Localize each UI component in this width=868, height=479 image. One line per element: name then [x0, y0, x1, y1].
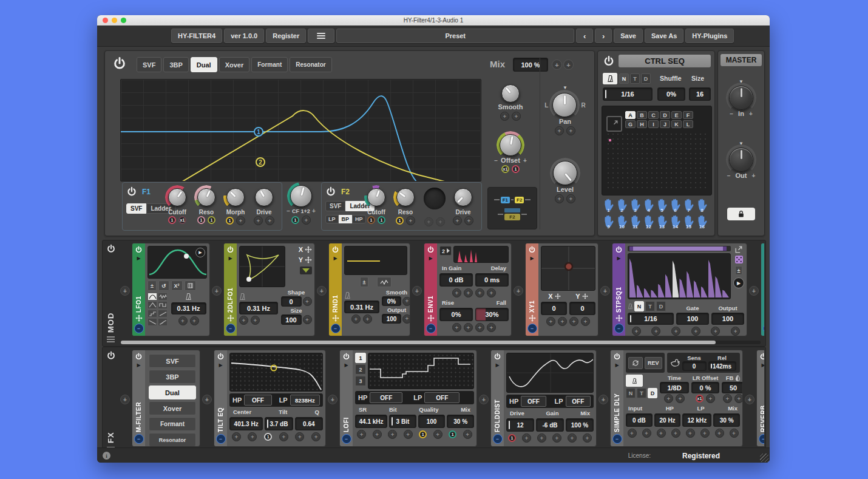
play-icon[interactable]: ▶	[137, 256, 140, 261]
filter2-handle[interactable]: 2	[256, 157, 265, 167]
metronome-sync-button[interactable]	[603, 73, 617, 84]
mod-slot-button[interactable]	[424, 217, 433, 226]
lfo-rate-value[interactable]: 0.31 Hz	[171, 302, 206, 314]
f1-cutoff-knob[interactable]	[166, 186, 188, 208]
next-preset-button[interactable]: ›	[595, 29, 612, 43]
sequencer-step[interactable]	[687, 271, 693, 297]
mod-slot-button[interactable]	[671, 327, 680, 336]
hp-value[interactable]: OFF	[521, 396, 546, 407]
mod-assignment-badge[interactable]: x1	[178, 216, 186, 224]
sens-value[interactable]: 0	[682, 361, 707, 371]
f1-drive-knob[interactable]	[253, 186, 275, 208]
polarity-button[interactable]: ±	[147, 280, 157, 291]
mod-slot-button[interactable]	[475, 288, 484, 297]
external-editor-icon[interactable]	[606, 116, 622, 132]
step-edit-area[interactable]	[606, 132, 708, 191]
add-module-button[interactable]: +	[745, 395, 754, 404]
collapse-button[interactable]: −	[331, 324, 341, 333]
filter1-handle[interactable]: 1	[254, 127, 263, 137]
filter-power-icon[interactable]	[112, 56, 127, 71]
lofi-tab-3[interactable]: 3	[355, 376, 366, 386]
random-display[interactable]	[344, 246, 407, 275]
mod-slot-button[interactable]	[569, 317, 578, 326]
fx-row-power-icon[interactable]	[106, 351, 116, 361]
sequencer-step[interactable]	[644, 288, 651, 297]
fold-curve-display[interactable]	[506, 353, 594, 393]
mod-slot-button[interactable]	[568, 433, 577, 443]
mod-slot-button[interactable]	[715, 429, 724, 438]
lfo-waveform-display[interactable]: ▶	[147, 246, 207, 279]
pattern-g-button[interactable]: G	[625, 120, 636, 128]
mix-increment-button[interactable]: +	[563, 59, 574, 70]
f1-model-svf[interactable]: SVF	[126, 203, 146, 214]
mod-slot-button[interactable]	[464, 323, 473, 332]
move-icon[interactable]	[764, 314, 765, 322]
envelope-display[interactable]	[453, 246, 509, 263]
move-icon[interactable]	[615, 314, 623, 322]
sequencer-step[interactable]	[673, 260, 679, 297]
mod-slot-button[interactable]	[487, 288, 496, 297]
input-value[interactable]: 0 dB	[626, 413, 653, 427]
f2-drive-knob[interactable]	[452, 186, 474, 208]
mfilter-dual[interactable]: Dual	[149, 386, 196, 399]
menu-button[interactable]	[308, 29, 334, 43]
add-module-button[interactable]: +	[600, 286, 610, 296]
y-value[interactable]: 0	[569, 302, 595, 315]
collapse-button[interactable]: −	[612, 434, 622, 444]
rnd-rate-value[interactable]: 0.31 Hz	[344, 301, 379, 313]
smooth-value[interactable]: 0%	[382, 296, 401, 306]
hp-value[interactable]: OFF	[244, 395, 271, 406]
mod-slot-button[interactable]	[657, 429, 666, 438]
power-icon[interactable]	[493, 353, 501, 361]
mod-slot-button[interactable]	[711, 327, 720, 336]
collapse-button[interactable]: −	[134, 434, 144, 444]
mod-slot-button[interactable]	[512, 112, 521, 121]
mod-assignment-badge[interactable]: 1	[378, 216, 385, 224]
mod-slot-button[interactable]	[190, 316, 199, 325]
grab-hand-button-11[interactable]: 11	[629, 214, 642, 230]
add-module-button[interactable]: +	[212, 286, 222, 296]
wave-steps-button[interactable]	[147, 310, 157, 318]
drop-icon[interactable]	[735, 375, 741, 381]
play-icon[interactable]: ▶	[530, 256, 534, 261]
mod-slot-button[interactable]	[248, 432, 257, 441]
mod-assignment-badge[interactable]: x1	[696, 395, 704, 403]
x-value[interactable]: 0	[541, 302, 567, 315]
y-move-icon[interactable]	[582, 293, 588, 299]
wave-noise-button[interactable]	[158, 293, 168, 301]
power-icon[interactable]	[217, 353, 225, 361]
play-icon[interactable]: ▶	[761, 362, 764, 368]
mix-value[interactable]: 100 %	[566, 418, 594, 432]
sync-triplet-button[interactable]: T	[637, 388, 646, 398]
mod-slot-button[interactable]	[251, 316, 260, 325]
mod-slot-button[interactable]	[402, 297, 410, 306]
mod-row-power-icon[interactable]	[106, 244, 116, 254]
hp-value[interactable]: 20 Hz	[654, 413, 681, 427]
mfilter-3bp[interactable]: 3BP	[149, 370, 196, 384]
mod-slot-button[interactable]	[236, 216, 245, 225]
power-icon[interactable]	[135, 246, 143, 254]
play-icon[interactable]: ▶	[495, 362, 499, 368]
mod-slot-button[interactable]	[406, 216, 415, 225]
tilt-value[interactable]: 3.7 dB	[265, 417, 293, 430]
add-module-button[interactable]: +	[514, 286, 523, 296]
mod-slot-button[interactable]	[734, 394, 743, 403]
pattern-c-button[interactable]: C	[648, 111, 659, 119]
mod-slot-button[interactable]	[566, 126, 575, 135]
mod-slot-button[interactable]	[232, 432, 241, 441]
lr-offset-value[interactable]: 0 %	[691, 382, 719, 393]
mod-assignment-badge[interactable]: 1	[208, 216, 215, 224]
play-icon[interactable]: ▶	[333, 256, 337, 261]
f1-reso-knob[interactable]	[195, 186, 217, 208]
in-gain-value[interactable]: 0 dB	[439, 273, 473, 287]
brand-button[interactable]: HY-FILTER4	[171, 29, 222, 43]
offset-knob[interactable]	[498, 132, 523, 158]
loop-range-slider[interactable]	[628, 246, 731, 251]
random-walk-icon[interactable]	[377, 277, 392, 287]
x-move-icon[interactable]	[305, 246, 312, 253]
hp-value[interactable]: OFF	[370, 392, 402, 403]
row-drag-handle-icon[interactable]	[107, 336, 115, 342]
power-icon[interactable]	[615, 246, 623, 254]
mod-slot-button[interactable]	[632, 327, 641, 336]
mod-slot-button[interactable]	[731, 327, 740, 336]
